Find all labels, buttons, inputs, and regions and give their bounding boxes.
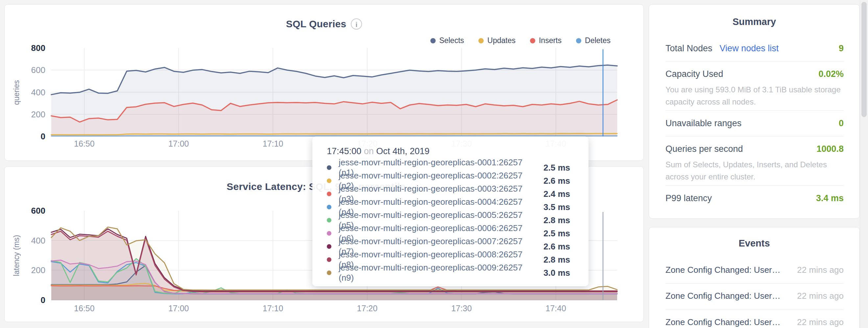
service-latency-y-axis-title: latency (ms) [12,231,21,280]
node-latency-value: 2.6 ms [531,241,570,252]
node-color-dot-icon [327,205,332,209]
node-latency-value: 2.6 ms [531,176,570,186]
queries-per-second-value: 1000.8 [816,144,844,154]
p99-latency-label: P99 latency [665,193,712,203]
svg-text:400: 400 [31,236,45,245]
node-name: jesse-movr-multi-region-georeplicas-0009… [339,263,531,283]
event-label: Zone Config Changed: User… [665,317,790,327]
event-time: 22 mins ago [797,291,844,301]
node-color-dot-icon [327,218,332,223]
summary-row-qps: Queries per second 1000.8 [665,144,844,154]
svg-text:800: 800 [31,43,45,53]
divider [665,185,844,186]
tooltip-time: 17:45:00 [327,146,361,156]
queries-per-second-desc: Sum of Selects, Updates, Inserts, and De… [665,158,844,183]
unavailable-ranges-label: Unavailable ranges [665,118,741,129]
svg-text:17:40: 17:40 [546,304,566,313]
events-title: Events [649,238,860,249]
node-latency-value: 2.8 ms [531,255,570,265]
capacity-used-value: 0.02% [818,69,844,79]
event-row[interactable]: Zone Config Changed: User… 22 mins ago [665,291,844,301]
node-color-dot-icon [327,257,332,262]
event-row[interactable]: Zone Config Changed: User… 22 mins ago [665,265,844,275]
divider [665,283,844,284]
node-color-dot-icon [327,270,332,275]
divider [665,61,844,62]
summary-row-total-nodes: Total Nodes View nodes list 9 [665,43,844,54]
node-color-dot-icon [327,231,332,236]
divider [665,309,844,310]
svg-text:17:00: 17:00 [168,139,189,148]
summary-row-p99: P99 latency 3.4 ms [665,193,844,203]
node-latency-value: 2.4 ms [531,189,570,199]
sql-queries-y-axis-title: queries [12,70,21,116]
svg-text:16:50: 16:50 [74,139,95,148]
summary-row-capacity: Capacity Used 0.02% [665,69,844,79]
divider [665,110,844,111]
svg-text:0: 0 [41,295,45,305]
tooltip-timestamp: 17:45:00 on Oct 4th, 2019 [327,146,589,157]
unavailable-ranges-value: 0 [839,118,844,129]
event-row[interactable]: Zone Config Changed: User… 22 mins ago [665,317,844,327]
tooltip-on-word: on [364,146,376,156]
divider [665,136,844,136]
scrollbar-thumb[interactable] [861,2,867,117]
svg-text:17:10: 17:10 [263,304,283,313]
node-color-dot-icon [327,178,332,183]
tooltip-date: Oct 4th, 2019 [376,146,429,156]
page-scrollbar[interactable] [860,0,868,328]
svg-text:400: 400 [31,88,45,97]
svg-text:600: 600 [31,65,45,75]
svg-text:16:50: 16:50 [74,304,95,313]
tooltip-row-n9: jesse-movr-multi-region-georeplicas-0009… [327,266,589,280]
event-label: Zone Config Changed: User… [665,265,790,275]
node-color-dot-icon [327,165,332,170]
svg-text:17:30: 17:30 [451,304,472,313]
capacity-used-label: Capacity Used [665,69,723,79]
capacity-used-desc: You are using 593.0 MiB of 3.1 TiB usabl… [665,84,844,108]
summary-row-unavailable-ranges: Unavailable ranges 0 [665,118,844,129]
svg-text:17:00: 17:00 [168,304,189,313]
svg-text:17:10: 17:10 [263,139,283,148]
chart-hover-tooltip: 17:45:00 on Oct 4th, 2019 jesse-movr-mul… [312,136,589,286]
node-color-dot-icon [327,244,332,249]
summary-card: Summary Total Nodes View nodes list 9 Ca… [649,4,860,219]
node-latency-value: 2.5 ms [531,163,570,173]
event-time: 22 mins ago [797,265,844,275]
p99-latency-value: 3.4 ms [816,193,844,203]
node-color-dot-icon [327,192,332,196]
view-nodes-list-link[interactable]: View nodes list [720,43,779,54]
summary-title: Summary [649,17,860,27]
total-nodes-value: 9 [839,43,844,54]
cluster-overview-page: SQL Queriesi Selects Updates Inserts Del… [0,0,868,328]
node-latency-value: 3.5 ms [531,202,570,212]
svg-text:0: 0 [41,131,45,141]
event-label: Zone Config Changed: User… [665,291,790,301]
events-card: Events Zone Config Changed: User… 22 min… [649,227,860,328]
svg-text:17:20: 17:20 [357,304,378,313]
node-latency-value: 2.5 ms [531,228,570,239]
node-latency-value: 3.0 ms [531,268,570,278]
event-time: 22 mins ago [797,317,844,327]
node-latency-value: 2.8 ms [531,215,570,226]
svg-text:200: 200 [31,265,45,275]
total-nodes-label: Total Nodes [665,43,712,54]
svg-text:600: 600 [31,206,45,216]
queries-per-second-label: Queries per second [665,144,743,154]
svg-text:200: 200 [31,109,45,119]
